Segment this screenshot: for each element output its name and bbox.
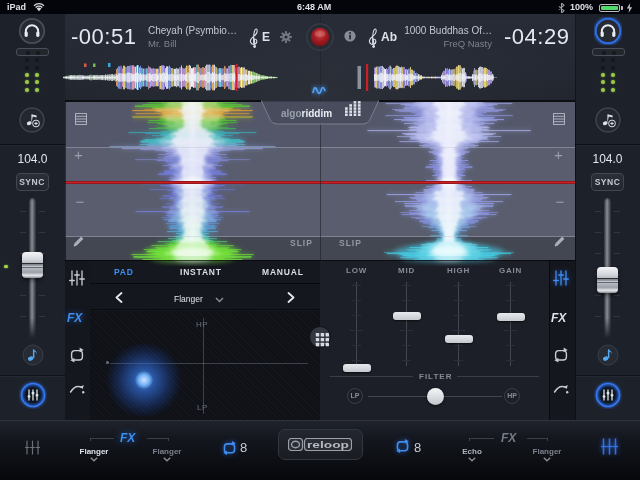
svg-text:reloop: reloop [307,439,349,450]
svg-text:algoriddim: algoriddim [281,108,332,119]
